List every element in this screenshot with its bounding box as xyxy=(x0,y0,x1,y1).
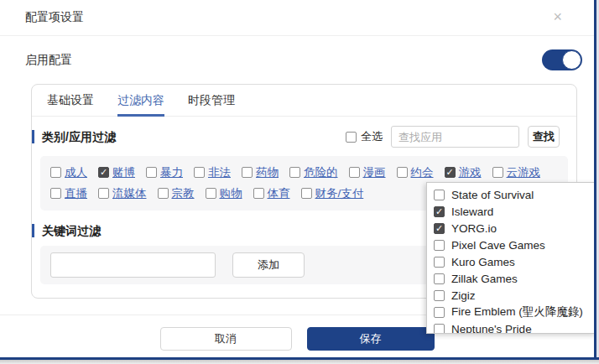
app-dropdown-item[interactable]: Neptune's Pride xyxy=(434,320,596,334)
category-checkbox[interactable] xyxy=(349,167,360,178)
add-keyword-button[interactable]: 添加 xyxy=(232,252,305,278)
category-checkbox[interactable] xyxy=(253,188,264,199)
app-dropdown-item[interactable]: Zigiz xyxy=(434,287,596,304)
app-checkbox[interactable] xyxy=(434,240,445,251)
app-search-controls: 全选 查找 xyxy=(346,126,560,148)
category-item[interactable]: 暴力 xyxy=(146,165,183,180)
app-label: Zillak Games xyxy=(451,273,518,285)
tab-active[interactable]: 过滤内容 xyxy=(117,85,164,116)
tab-inactive[interactable]: 时段管理 xyxy=(188,85,235,116)
enable-config-label: 启用配置 xyxy=(25,53,72,68)
category-link[interactable]: 成人 xyxy=(65,165,87,180)
app-dropdown-item[interactable]: Zillak Games xyxy=(434,270,596,287)
category-item[interactable]: 云游戏 xyxy=(492,165,541,180)
app-dropdown-item[interactable]: Kuro Games xyxy=(434,253,596,270)
app-checkbox[interactable] xyxy=(434,273,445,284)
app-checkbox[interactable] xyxy=(434,223,445,234)
category-checkbox[interactable] xyxy=(289,167,300,178)
search-button[interactable]: 查找 xyxy=(528,126,560,148)
category-link[interactable]: 云游戏 xyxy=(507,165,541,180)
category-item[interactable]: 漫画 xyxy=(349,165,386,180)
dialog-title: 配置项设置 xyxy=(25,10,84,25)
cancel-button[interactable]: 取消 xyxy=(160,327,292,351)
category-checkbox[interactable] xyxy=(301,188,312,199)
app-label: Neptune's Pride xyxy=(451,323,532,335)
category-item[interactable]: 非法 xyxy=(194,165,231,180)
category-link[interactable]: 直播 xyxy=(65,186,87,201)
category-item[interactable]: 赌博 xyxy=(98,165,135,180)
category-link[interactable]: 赌博 xyxy=(112,165,135,180)
category-link[interactable]: 财务/支付 xyxy=(315,186,364,201)
category-checkbox[interactable] xyxy=(50,167,61,178)
category-item[interactable]: 流媒体 xyxy=(98,186,147,201)
category-link[interactable]: 约会 xyxy=(411,165,434,180)
category-checkbox[interactable] xyxy=(492,167,503,178)
category-row-1: 成人 赌博 暴力 非法 药物 危险的 漫画 约会 游戏 云游戏 xyxy=(50,162,558,183)
enable-config-row: 启用配置 xyxy=(0,36,594,84)
category-link[interactable]: 非法 xyxy=(208,165,231,180)
category-checkbox[interactable] xyxy=(146,167,157,178)
category-checkbox[interactable] xyxy=(98,188,109,199)
category-link[interactable]: 体育 xyxy=(268,186,290,201)
dialog-header: 配置项设置 × xyxy=(0,0,594,36)
close-icon[interactable]: × xyxy=(553,8,562,25)
keyword-filter-title: 关键词过滤 xyxy=(32,224,101,237)
category-checkbox[interactable] xyxy=(206,188,216,199)
category-item[interactable]: 财务/支付 xyxy=(301,186,364,201)
app-label: YORG.io xyxy=(451,222,497,235)
category-checkbox[interactable] xyxy=(397,167,408,178)
category-checkbox[interactable] xyxy=(50,188,61,199)
category-item[interactable]: 游戏 xyxy=(445,165,482,180)
category-item[interactable]: 危险的 xyxy=(289,165,338,180)
app-checkbox[interactable] xyxy=(434,190,445,200)
app-dropdown-item[interactable]: Isleward xyxy=(434,203,596,220)
category-checkbox[interactable] xyxy=(242,167,253,178)
tab-bar: 基础设置过滤内容时段管理 xyxy=(32,85,576,117)
app-dropdown-item[interactable]: Pixel Cave Games xyxy=(434,237,596,253)
category-link[interactable]: 暴力 xyxy=(160,165,183,180)
category-item[interactable]: 直播 xyxy=(50,186,87,201)
app-label: Zigiz xyxy=(451,289,476,302)
category-item[interactable]: 药物 xyxy=(242,165,279,180)
category-link[interactable]: 危险的 xyxy=(304,165,338,180)
category-item[interactable]: 约会 xyxy=(397,165,434,180)
category-item[interactable]: 宗教 xyxy=(158,186,195,201)
keyword-input[interactable] xyxy=(50,252,216,278)
app-checkbox[interactable] xyxy=(434,290,445,301)
app-checkbox[interactable] xyxy=(434,324,445,335)
category-item[interactable]: 体育 xyxy=(253,186,290,201)
app-dropdown-item[interactable]: State of Survival xyxy=(434,186,596,203)
app-checkbox[interactable] xyxy=(434,206,445,217)
window-bottom-shadow xyxy=(0,360,599,364)
enable-config-toggle[interactable] xyxy=(542,49,582,70)
select-all-checkbox[interactable] xyxy=(346,132,357,143)
category-link[interactable]: 药物 xyxy=(256,165,279,180)
category-item[interactable]: 购物 xyxy=(206,186,242,201)
app-label: Kuro Games xyxy=(451,256,515,268)
category-filter-header-row: 类别/应用过滤 全选 查找 xyxy=(32,126,560,148)
category-checkbox[interactable] xyxy=(445,167,456,178)
app-label: Pixel Cave Games xyxy=(451,239,545,252)
app-label: Isleward xyxy=(451,205,493,218)
category-item[interactable]: 成人 xyxy=(50,165,87,180)
category-link[interactable]: 购物 xyxy=(220,186,242,201)
category-checkbox[interactable] xyxy=(98,167,109,178)
app-checkbox[interactable] xyxy=(434,257,445,268)
select-all-option[interactable]: 全选 xyxy=(346,129,383,144)
category-link[interactable]: 宗教 xyxy=(172,186,195,201)
app-dropdown-item[interactable]: YORG.io xyxy=(434,220,596,237)
app-label: Fire Emblem (聖火降魔錄) xyxy=(451,304,583,320)
select-all-label: 全选 xyxy=(361,129,383,144)
category-link[interactable]: 流媒体 xyxy=(112,186,147,201)
category-filter-title: 类别/应用过滤 xyxy=(32,130,116,143)
app-checkbox[interactable] xyxy=(434,307,445,318)
category-link[interactable]: 漫画 xyxy=(363,165,386,180)
category-checkbox[interactable] xyxy=(194,167,205,178)
save-button[interactable]: 保存 xyxy=(307,327,435,351)
category-checkbox[interactable] xyxy=(158,188,169,199)
app-search-input[interactable] xyxy=(391,126,519,148)
category-link[interactable]: 游戏 xyxy=(459,165,482,180)
app-label: State of Survival xyxy=(451,189,534,201)
tab-inactive[interactable]: 基础设置 xyxy=(47,85,94,116)
app-dropdown-item[interactable]: Fire Emblem (聖火降魔錄) xyxy=(434,304,596,320)
